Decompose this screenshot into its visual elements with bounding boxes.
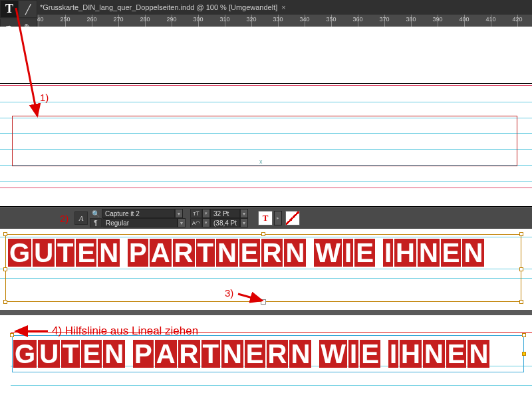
editing-panel-4: GUTENPARTNERNWIEIHNEN <box>0 315 532 399</box>
type-tool[interactable]: T <box>0 0 19 18</box>
horizontal-ruler[interactable]: 2402502602702802903003103203303403503603… <box>37 15 532 27</box>
page-marker: x <box>259 158 263 165</box>
indesign-viewport-top: T ╱ ✒ ✎ ⊠ ▭ ✂ ↗↘ *Grusskarte_DIN_lang_qu… <box>0 0 532 206</box>
font-style-input[interactable] <box>102 218 178 227</box>
stamp-text-line-2[interactable]: GUTENPARTNERNWIEIHNEN <box>13 339 491 369</box>
font-size-dropdown-icon[interactable]: ▼ <box>240 209 248 218</box>
leading-stepper[interactable]: ▾ <box>202 218 210 227</box>
document-tab-title[interactable]: *Grusskarte_DIN_lang_quer_Doppelseiten.i… <box>40 3 277 11</box>
character-formatting-icon[interactable]: A <box>74 211 88 225</box>
editing-panel-3: GUTENPARTNERNWIEIHNEN <box>0 229 532 310</box>
font-size-stepper[interactable]: ▾ <box>202 209 210 218</box>
panel-divider <box>0 310 532 315</box>
leading-dropdown-icon[interactable]: ▼ <box>240 218 248 227</box>
document-tab-bar: *Grusskarte_DIN_lang_quer_Doppelseiten.i… <box>0 0 532 15</box>
font-family-input[interactable] <box>102 209 175 218</box>
stamp-text-line-1[interactable]: GUTENPARTNERNWIEIHNEN <box>8 238 485 268</box>
leading-icon: A◠ <box>190 218 202 227</box>
line-tool[interactable]: ╱ <box>19 0 37 18</box>
control-panel: A 🔍 ▼ ¶ ▼ тT ▾ ▼ A◠ ▾ ▼ T ▸ <box>0 207 532 229</box>
close-tab-icon[interactable]: × <box>281 3 285 11</box>
fill-swatch[interactable]: T <box>258 211 273 225</box>
font-family-dropdown-icon[interactable]: ▼ <box>175 209 183 218</box>
font-size-icon: тT <box>190 209 202 218</box>
paragraph-formatting-icon[interactable]: ¶ <box>90 218 102 227</box>
ruler-guide[interactable] <box>11 332 532 332</box>
fill-swatch-menu-icon[interactable]: ▸ <box>274 211 282 225</box>
stroke-swatch[interactable] <box>285 211 300 225</box>
bottom-center-handle[interactable] <box>261 299 266 305</box>
leading-input[interactable] <box>210 218 240 227</box>
font-size-input[interactable] <box>210 209 240 218</box>
font-style-dropdown-icon[interactable]: ▼ <box>178 218 186 227</box>
empty-text-frame[interactable] <box>12 116 517 166</box>
document-canvas[interactable]: x <box>0 27 532 206</box>
